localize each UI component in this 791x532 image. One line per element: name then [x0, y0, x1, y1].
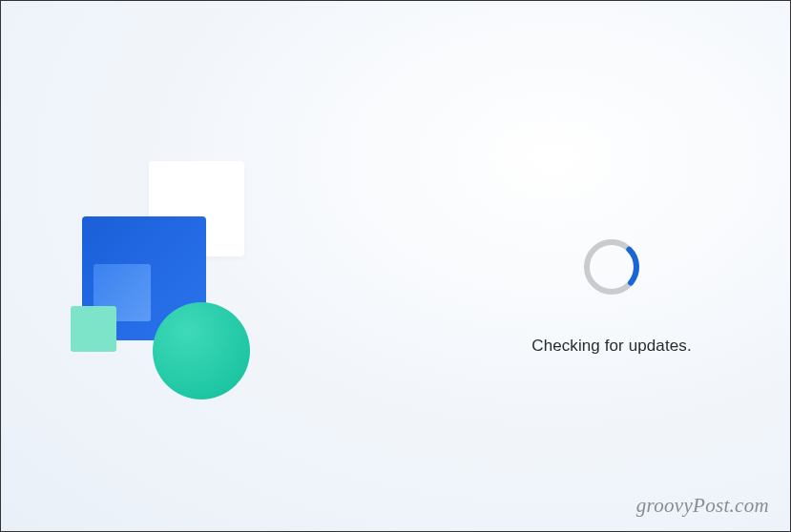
- teal-square-shape: [71, 306, 116, 352]
- watermark-text: groovyPost.com: [636, 494, 769, 518]
- update-status-area: Checking for updates.: [478, 237, 745, 356]
- loading-spinner-icon: [582, 237, 641, 297]
- status-message: Checking for updates.: [531, 337, 691, 356]
- teal-circle-shape: [153, 302, 250, 399]
- decorative-illustration: [82, 161, 311, 409]
